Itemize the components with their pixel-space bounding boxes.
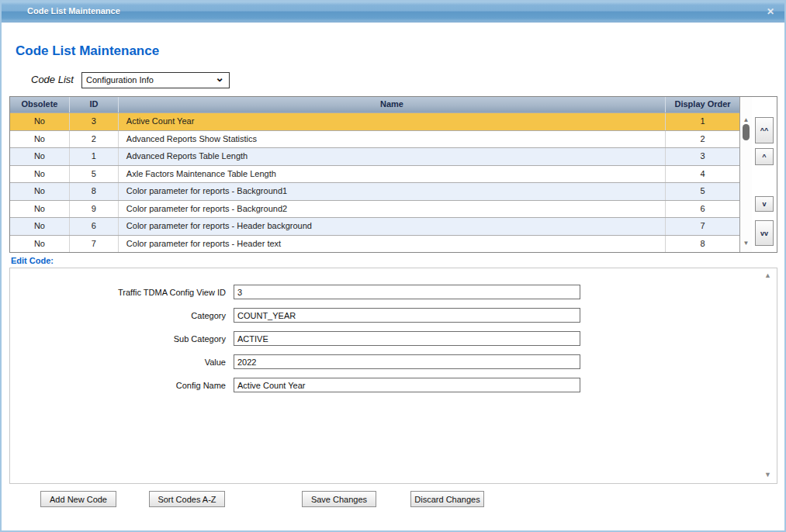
- field-input-sub-category[interactable]: [234, 331, 580, 346]
- cell-display_order: 7: [666, 218, 739, 235]
- field-label-sub-category: Sub Category: [10, 334, 226, 344]
- cell-name: Advanced Reports Table Length: [119, 148, 666, 165]
- column-header-obsolete: Obsolete: [10, 97, 70, 112]
- cell-display_order: 1: [666, 113, 739, 130]
- field-label-config-name: Config Name: [10, 381, 226, 390]
- scroll-up-icon[interactable]: ▲: [740, 116, 752, 123]
- cell-id: 5: [70, 166, 119, 183]
- table-row[interactable]: No1Advanced Reports Table Length3: [10, 147, 739, 165]
- cell-display_order: 8: [666, 236, 739, 253]
- code-list-maintenance-window: Code List Maintenance ✕ Code List Mainte…: [0, 0, 786, 532]
- code-list-table: ObsoleteIDNameDisplay Order No3Active Co…: [9, 96, 777, 253]
- table-row-selected[interactable]: No3Active Count Year1: [10, 112, 739, 130]
- window-titlebar: Code List Maintenance ✕: [2, 2, 784, 22]
- chevron-down-icon: ⌄: [215, 71, 224, 84]
- code-list-label: Code List: [31, 74, 74, 85]
- cell-id: 8: [70, 183, 119, 200]
- edit-code-panel: ▲ ▼ Traffic TDMA Config View IDCategoryS…: [9, 268, 777, 484]
- cell-display_order: 4: [666, 166, 739, 183]
- code-table-body: No3Active Count Year1No2Advanced Reports…: [10, 112, 739, 252]
- table-row[interactable]: No8Color parameter for reports - Backgro…: [10, 182, 739, 200]
- cell-obsolete: No: [10, 148, 70, 165]
- code-list-select[interactable]: Configuration Info ⌄: [81, 72, 230, 88]
- cell-obsolete: No: [10, 236, 70, 253]
- cell-obsolete: No: [10, 131, 70, 148]
- form-row-config-name: Config Name: [10, 378, 777, 392]
- scroll-down-icon[interactable]: ▼: [740, 240, 752, 247]
- code-table-header: ObsoleteIDNameDisplay Order: [10, 97, 739, 112]
- field-input-traffic-tdma-config-view-id[interactable]: [234, 285, 580, 299]
- field-label-category: Category: [10, 311, 226, 320]
- cell-id: 2: [70, 131, 119, 148]
- cell-name: Color parameter for reports - Header tex…: [119, 236, 666, 253]
- cell-id: 3: [70, 113, 119, 130]
- cell-name: Color parameter for reports - Background…: [119, 183, 666, 200]
- cell-id: 9: [70, 201, 119, 218]
- cell-display_order: 6: [666, 201, 739, 218]
- form-row-sub-category: Sub Category: [10, 331, 777, 346]
- cell-id: 7: [70, 236, 119, 253]
- cell-id: 6: [70, 218, 119, 235]
- table-row[interactable]: No5Axle Factors Maintenance Table Length…: [10, 165, 739, 183]
- move-to-top-button[interactable]: ^^: [755, 117, 774, 143]
- cell-name: Advanced Reports Show Statistics: [119, 131, 666, 148]
- cell-name: Color parameter for reports - Header bac…: [119, 218, 666, 235]
- table-scrollbar[interactable]: ▲ ▼: [740, 97, 752, 252]
- move-to-bottom-button[interactable]: vv: [755, 220, 774, 246]
- table-row[interactable]: No9Color parameter for reports - Backgro…: [10, 200, 739, 218]
- window-title: Code List Maintenance: [27, 6, 120, 16]
- panel-scroll-down-icon[interactable]: ▼: [764, 471, 771, 478]
- field-label-value: Value: [10, 358, 226, 367]
- code-list-selected-value: Configuration Info: [86, 75, 154, 85]
- cell-display_order: 3: [666, 148, 739, 165]
- discard-changes-button[interactable]: Discard Changes: [410, 491, 484, 507]
- column-header-display-order: Display Order: [666, 97, 739, 112]
- column-header-name: Name: [119, 97, 666, 112]
- move-down-button[interactable]: v: [755, 196, 774, 212]
- save-changes-button[interactable]: Save Changes: [302, 491, 376, 507]
- cell-name: Color parameter for reports - Background…: [119, 201, 666, 218]
- form-row-value: Value: [10, 354, 777, 369]
- code-grid: ObsoleteIDNameDisplay Order No3Active Co…: [10, 97, 740, 252]
- add-new-code-button[interactable]: Add New Code: [40, 491, 116, 507]
- cell-obsolete: No: [10, 201, 70, 218]
- cell-obsolete: No: [10, 166, 70, 183]
- cell-display_order: 2: [666, 131, 739, 148]
- cell-name: Axle Factors Maintenance Table Length: [119, 166, 666, 183]
- cell-obsolete: No: [10, 183, 70, 200]
- form-row-category: Category: [10, 308, 777, 323]
- sort-codes-button[interactable]: Sort Codes A-Z: [149, 491, 225, 507]
- table-row[interactable]: No7Color parameter for reports - Header …: [10, 235, 739, 253]
- field-label-traffic-tdma-config-view-id: Traffic TDMA Config View ID: [10, 288, 226, 297]
- move-up-button[interactable]: ^: [755, 148, 774, 165]
- panel-scroll-up-icon[interactable]: ▲: [764, 271, 771, 279]
- table-row[interactable]: No6Color parameter for reports - Header …: [10, 217, 739, 235]
- cell-display_order: 5: [666, 183, 739, 200]
- move-buttons-column: ^^ ^ v vv: [752, 97, 777, 252]
- form-row-traffic-tdma-config-view-id: Traffic TDMA Config View ID: [10, 285, 777, 299]
- close-icon[interactable]: ✕: [764, 5, 777, 18]
- column-header-id: ID: [70, 97, 119, 112]
- cell-obsolete: No: [10, 218, 70, 235]
- field-input-category[interactable]: [234, 308, 580, 323]
- table-row[interactable]: No2Advanced Reports Show Statistics2: [10, 130, 739, 148]
- edit-form: Traffic TDMA Config View IDCategorySub C…: [10, 285, 777, 401]
- field-input-value[interactable]: [234, 354, 580, 369]
- scrollbar-thumb[interactable]: [743, 124, 750, 140]
- page-title: Code List Maintenance: [16, 43, 159, 59]
- edit-code-heading: Edit Code:: [11, 256, 54, 265]
- cell-name: Active Count Year: [119, 113, 666, 130]
- field-input-config-name[interactable]: [234, 378, 580, 392]
- cell-obsolete: No: [10, 113, 70, 130]
- cell-id: 1: [70, 148, 119, 165]
